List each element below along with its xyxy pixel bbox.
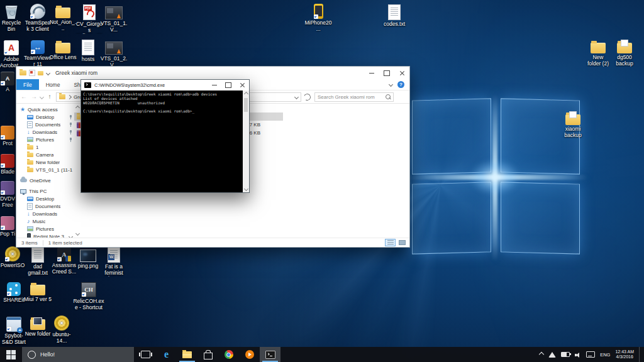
nav-item-pictures[interactable]: Pictures xyxy=(16,136,74,143)
nav-item-documents[interactable]: Documents xyxy=(16,121,74,128)
clock[interactable]: 12:43 AM 4/3/2016 xyxy=(615,349,634,360)
desktop-icon-vts-01-2-video[interactable]: VTS_01_2.V... xyxy=(100,39,128,68)
desktop-icon-codes-txt[interactable]: codes.txt xyxy=(380,4,408,28)
desktop-icon-app-pop[interactable]: Pop Ti xyxy=(0,215,17,238)
nav-item-vts-01-1-11-11[interactable]: VTS_01_1 (11-11 xyxy=(16,166,74,173)
network-icon[interactable] xyxy=(548,352,556,358)
battery-icon[interactable] xyxy=(561,352,570,357)
explorer-search-input[interactable]: Search Greek xiaomi rom xyxy=(314,92,394,102)
touch-keyboard-icon[interactable] xyxy=(586,351,595,358)
nav-item-downloads[interactable]: Downloads xyxy=(16,210,74,217)
back-button[interactable]: ← xyxy=(20,94,28,100)
cortana-search-text: Hello! xyxy=(40,351,55,358)
desktop-icon-dad-gmail-txt[interactable]: dad gmail.txt xyxy=(24,246,52,276)
desktop-icon-reliccoh-shortcut[interactable]: CHRelicCOH.exe - Shortcut xyxy=(73,281,104,310)
volume-icon[interactable] xyxy=(575,352,581,358)
scrollbar-thumb[interactable] xyxy=(244,98,248,112)
taskbar-chrome-button[interactable] xyxy=(218,347,239,362)
address-folder-icon xyxy=(59,94,65,99)
nav-item-new-folder[interactable]: New folder xyxy=(16,158,74,166)
ribbon-expand-icon[interactable] xyxy=(389,82,393,87)
nav-item-pictures[interactable]: Pictures xyxy=(16,225,74,233)
address-dropdown-icon[interactable] xyxy=(294,94,299,99)
desktop-icon-adobe-acrobat[interactable]: AAdobe Acrobat... xyxy=(0,39,25,69)
miui-7-ver-5-icon xyxy=(30,285,45,295)
explorer-minimize-button[interactable] xyxy=(364,67,379,79)
desktop-icon-new-folder-2[interactable]: New folder (2) xyxy=(586,39,610,67)
taskbar-store-button[interactable] xyxy=(197,347,218,362)
details-view-button[interactable] xyxy=(385,239,396,246)
explorer-titlebar[interactable]: Greek xiaomi rom xyxy=(16,67,409,79)
cmd-minimize-button[interactable] xyxy=(208,80,221,90)
taskbar-edge-button[interactable]: e xyxy=(156,347,177,362)
nav-item-label: Pictures xyxy=(36,137,54,143)
desktop-icon-poweriso[interactable]: PowerISO xyxy=(0,246,26,269)
desktop-icon-office-lens[interactable]: Office Lens xyxy=(49,39,77,61)
scroll-down-icon[interactable] xyxy=(243,187,248,191)
history-chevron-icon[interactable] xyxy=(40,94,44,99)
taskbar-media-button[interactable] xyxy=(239,347,260,362)
desktop-icon-dg500-backup[interactable]: dg500 backup xyxy=(613,39,636,67)
explorer-icon xyxy=(182,351,192,358)
cmd-close-button[interactable] xyxy=(235,80,249,90)
taskbar-cmd-button[interactable] xyxy=(260,347,280,362)
nav-item-desktop[interactable]: Desktop xyxy=(16,195,74,202)
language-indicator[interactable]: ENG xyxy=(600,352,610,358)
cmd-maximize-button[interactable] xyxy=(221,80,235,90)
windows-flag-icon xyxy=(6,350,11,354)
desktop-icon-app-dvdv[interactable]: DVDV Free xyxy=(0,180,17,208)
desktop-icon-hosts[interactable]: hosts xyxy=(74,39,102,63)
nav-item-desktop[interactable]: Desktop xyxy=(16,113,74,121)
qat-properties-button[interactable] xyxy=(29,70,35,76)
thumbnail-view-button[interactable] xyxy=(397,239,408,246)
desktop-icon-not-aion-folder[interactable]: Not_Aion_... xyxy=(49,4,77,31)
desktop-icon-miui-7-ver-5[interactable]: Miui 7 ver 5 xyxy=(24,281,52,303)
show-desktop-button[interactable] xyxy=(639,347,641,362)
nav-item-quick-access[interactable]: Quick access xyxy=(16,106,74,113)
refresh-icon[interactable] xyxy=(303,92,311,101)
cmd-titlebar[interactable]: C:\WINDOWS\system32\cmd.exe xyxy=(81,80,249,90)
cmd-scrollbar[interactable] xyxy=(243,90,249,192)
desktop-icon-teamviewer-11[interactable]: ↔TeamViewer 11 xyxy=(24,39,52,67)
cortana-search-box[interactable]: Hello! xyxy=(22,347,134,362)
desktop-icon xyxy=(27,197,33,201)
desktop-icon-ping-png[interactable]: ping.png xyxy=(74,246,102,270)
help-button[interactable]: ? xyxy=(397,81,404,88)
tab-home[interactable]: Home xyxy=(39,79,67,90)
desktop-icon-app-blade[interactable]: Blade xyxy=(0,153,16,175)
nav-item-label: Camera xyxy=(36,152,53,158)
taskbar-explorer-button[interactable] xyxy=(177,347,197,362)
nav-item-this-pc[interactable]: This PC xyxy=(16,187,74,195)
desktop-icon-xiaomi-backup[interactable]: xiaomi backup xyxy=(562,111,584,138)
nav-item-redmi-note-3[interactable]: Redmi Note 3 xyxy=(16,233,74,238)
nav-item-onedrive[interactable]: OneDrive xyxy=(16,177,74,184)
desktop-icon-app-a[interactable]: AA xyxy=(0,70,16,93)
nav-item-music[interactable]: Music xyxy=(16,217,74,225)
tray-expand-icon[interactable] xyxy=(539,352,544,357)
nav-item-downloads[interactable]: Downloads xyxy=(16,128,74,136)
desktop-icon-app-prot[interactable]: Prot xyxy=(0,124,16,147)
scroll-up-icon[interactable] xyxy=(243,92,248,96)
cmd-window-title: C:\WINDOWS\system32\cmd.exe xyxy=(94,82,165,88)
qat-chevron-down-icon[interactable] xyxy=(46,70,50,75)
desktop-icon-ubuntu-iso[interactable]: ubuntu-14... xyxy=(48,315,75,344)
desktop-icon-vts-01-1-video[interactable]: VTS_01_1.V... xyxy=(100,4,128,33)
desktop-icon-fat-feminist-doc[interactable]: WFat is a feminist isu... xyxy=(100,246,128,277)
taskbar-task-view-button[interactable] xyxy=(135,347,156,362)
status-selection: 1 item selected xyxy=(48,240,82,246)
desktop-icon-recycle-bin[interactable]: Recycle Bin xyxy=(0,4,25,32)
desktop-icon-cv-giorgos-pdf[interactable]: PDFCV_Giorgos Polizos_201... xyxy=(75,4,103,34)
explorer-close-button[interactable] xyxy=(394,67,409,79)
start-button[interactable] xyxy=(0,347,21,362)
nav-item-camera[interactable]: Camera xyxy=(16,151,74,158)
explorer-maximize-button[interactable] xyxy=(379,67,394,79)
qat-new-folder-button[interactable] xyxy=(38,71,43,75)
ping-png-icon xyxy=(80,250,96,262)
up-button[interactable]: ↑ xyxy=(46,94,53,100)
nav-item-documents[interactable]: Documents xyxy=(16,202,74,210)
desktop-icon-teamspeak-3-client[interactable]: TeamSpeak 3 Client xyxy=(24,4,52,32)
nav-item-1[interactable]: 1 xyxy=(16,143,74,151)
tab-file[interactable]: File xyxy=(16,79,39,90)
forward-button[interactable]: → xyxy=(30,94,38,100)
desktop-icon-miphone[interactable]: MiPhone20... xyxy=(304,4,332,32)
